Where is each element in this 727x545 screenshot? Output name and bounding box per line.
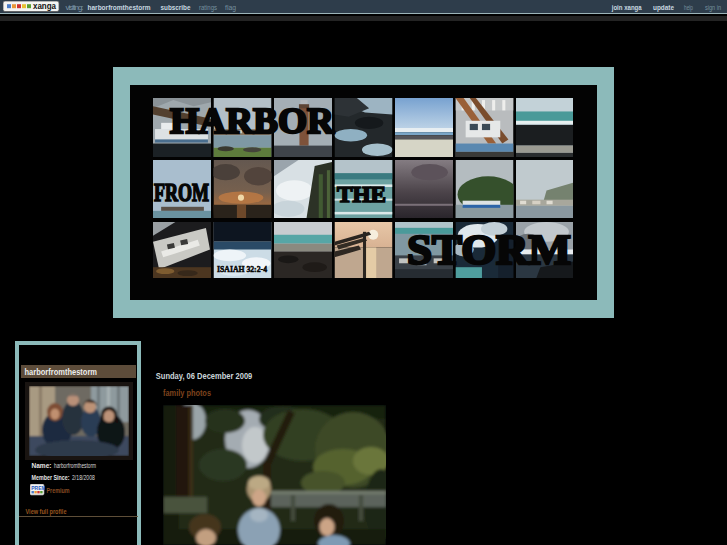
svg-text:FROM: FROM <box>154 178 209 207</box>
svg-text:harborfromthestorm: harborfromthestorm <box>54 462 96 469</box>
svg-text:visiting:: visiting: <box>66 3 84 12</box>
svg-text:help: help <box>684 3 693 12</box>
svg-text:subscribe: subscribe <box>161 3 191 12</box>
svg-text:family photos: family photos <box>163 388 211 398</box>
svg-text:HARBOR: HARBOR <box>170 101 335 141</box>
svg-text:View full profile: View full profile <box>26 507 67 516</box>
svg-text:flag: flag <box>225 3 236 12</box>
svg-text:2/18/2008: 2/18/2008 <box>72 474 95 481</box>
svg-text:ratings: ratings <box>199 3 217 12</box>
svg-text:harborfromthestorm: harborfromthestorm <box>25 367 98 377</box>
svg-text:Premium: Premium <box>47 486 70 495</box>
svg-text:PREM: PREM <box>31 485 45 491</box>
svg-text:Name:: Name: <box>32 462 52 469</box>
svg-text:sign in: sign in <box>705 3 721 12</box>
svg-text:Sunday, 06 December 2009: Sunday, 06 December 2009 <box>156 371 253 381</box>
svg-text:STORM: STORM <box>407 227 571 273</box>
svg-text:update: update <box>653 3 674 12</box>
svg-text:harborfromthestorm: harborfromthestorm <box>88 3 151 12</box>
svg-text:THE: THE <box>337 181 386 207</box>
svg-text:Member Since:: Member Since: <box>32 474 70 481</box>
svg-text:ISAIAH 32:2-4: ISAIAH 32:2-4 <box>217 264 268 274</box>
svg-text:join xanga: join xanga <box>611 3 642 12</box>
